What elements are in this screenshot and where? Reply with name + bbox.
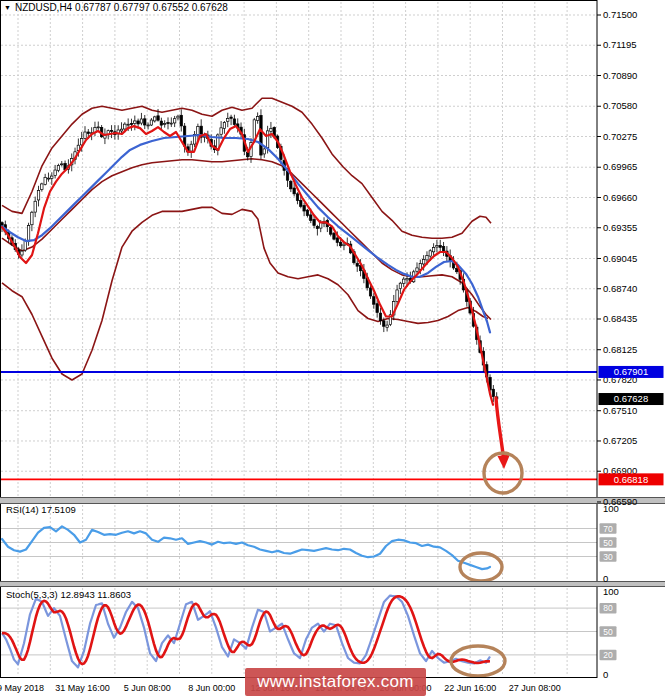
candle-body bbox=[313, 219, 315, 225]
price-tick-label: 0.70890 bbox=[603, 70, 637, 81]
candle-body bbox=[306, 210, 308, 215]
level-badge-label: 30 bbox=[603, 552, 613, 562]
candle-body bbox=[416, 268, 418, 271]
candle-body bbox=[343, 244, 345, 246]
stoch-axis: 1000805020 bbox=[600, 586, 619, 680]
candle-body bbox=[256, 117, 258, 121]
down-arrow-head bbox=[498, 455, 511, 470]
candle-body bbox=[44, 177, 46, 184]
pane-separator[interactable] bbox=[0, 498, 665, 504]
candle-body bbox=[84, 132, 86, 138]
mt4-chart-window: 0.715000.711950.708900.705800.702750.699… bbox=[0, 0, 665, 698]
candle-body bbox=[144, 119, 146, 125]
candle-body bbox=[124, 124, 126, 129]
price-tick-label: 0.69660 bbox=[603, 192, 637, 203]
bollinger-bands bbox=[2, 98, 491, 380]
candle-body bbox=[31, 212, 33, 224]
price-marker-label: 0.67901 bbox=[614, 366, 648, 377]
candle-body bbox=[369, 288, 371, 296]
candle-body bbox=[190, 144, 192, 151]
candle-body bbox=[233, 119, 235, 125]
indicator-axis-label: 100 bbox=[603, 503, 619, 514]
candle-body bbox=[34, 201, 36, 212]
price-tick-label: 0.69045 bbox=[603, 253, 637, 264]
candle-body bbox=[230, 117, 232, 118]
bollinger-lower-line bbox=[2, 207, 488, 380]
candle-body bbox=[266, 131, 268, 148]
candle-body bbox=[399, 283, 401, 288]
candle-body bbox=[316, 226, 318, 228]
candle-body bbox=[137, 121, 139, 124]
candle-body bbox=[296, 194, 298, 201]
rsi-axis: 1000705030 bbox=[600, 503, 619, 584]
candle-body bbox=[396, 290, 398, 302]
symbol-dropdown-icon[interactable]: ▼ bbox=[4, 3, 11, 13]
candle-body bbox=[1, 223, 3, 226]
grid bbox=[1, 2, 597, 676]
candle-body bbox=[223, 122, 225, 128]
rsi-line bbox=[2, 526, 490, 569]
pane-separator[interactable] bbox=[0, 582, 665, 587]
candle-body bbox=[147, 125, 149, 126]
bollinger-upper-line bbox=[2, 98, 491, 238]
candle-body bbox=[37, 191, 39, 200]
candle-body bbox=[492, 389, 494, 396]
candle-body bbox=[406, 278, 408, 279]
candle-body bbox=[110, 130, 112, 131]
candle-body bbox=[220, 128, 222, 134]
hand-drawn-circle-rsi bbox=[460, 553, 502, 581]
candle-body bbox=[422, 259, 424, 264]
stoch-signal-line bbox=[2, 596, 490, 664]
candle-body bbox=[310, 215, 312, 221]
candle-body bbox=[333, 233, 335, 239]
candle-body bbox=[403, 279, 405, 283]
candle-body bbox=[41, 184, 43, 190]
candlesticks bbox=[1, 109, 498, 402]
candle-body bbox=[270, 128, 272, 131]
price-tick-label: 0.68740 bbox=[603, 283, 637, 294]
candle-body bbox=[154, 117, 156, 121]
candle-body bbox=[120, 129, 122, 131]
candle-body bbox=[173, 119, 175, 123]
candle-body bbox=[436, 246, 438, 247]
candle-body bbox=[303, 206, 305, 211]
candle-body bbox=[134, 121, 136, 124]
time-label: 29 May 2018 bbox=[0, 683, 44, 693]
bollinger-middle-line bbox=[2, 159, 491, 320]
candle-body bbox=[376, 304, 378, 313]
level-badge-label: 80 bbox=[603, 603, 613, 613]
level-badge-label: 50 bbox=[603, 538, 613, 548]
candle-body bbox=[87, 132, 89, 134]
candle-body bbox=[51, 176, 53, 178]
indicator-axis-label: 100 bbox=[603, 586, 619, 597]
candle-body bbox=[290, 181, 292, 188]
candle-body bbox=[197, 126, 199, 134]
candle-body bbox=[383, 321, 385, 326]
price-tick-label: 0.69355 bbox=[603, 222, 637, 233]
candle-body bbox=[263, 149, 265, 154]
price-marker-label: 0.66818 bbox=[614, 474, 648, 485]
candle-body bbox=[260, 115, 262, 155]
candle-body bbox=[329, 228, 331, 235]
candle-body bbox=[439, 245, 441, 247]
candle-body bbox=[170, 123, 172, 124]
price-tick-label: 0.70580 bbox=[603, 100, 637, 111]
indicator-axis-label: 0 bbox=[603, 669, 608, 680]
price-tick-label: 0.68125 bbox=[603, 344, 637, 355]
level-badge-label: 20 bbox=[603, 650, 613, 660]
price-marker-label: 0.67628 bbox=[614, 393, 648, 404]
candle-body bbox=[157, 116, 159, 120]
candle-body bbox=[442, 247, 444, 252]
candle-body bbox=[97, 127, 99, 128]
candle-body bbox=[300, 201, 302, 207]
candle-body bbox=[61, 164, 63, 165]
candle-body bbox=[180, 115, 182, 126]
price-lines bbox=[1, 372, 597, 479]
candle-body bbox=[167, 123, 169, 124]
price-tick-label: 0.71195 bbox=[603, 39, 637, 50]
price-tick-label: 0.71500 bbox=[603, 9, 637, 20]
price-axis: 0.715000.711950.708900.705800.702750.699… bbox=[597, 9, 664, 507]
symbol-ohlc-text: NZDUSD,H4 0.67787 0.67797 0.67552 0.6762… bbox=[15, 2, 228, 13]
candle-body bbox=[336, 238, 338, 243]
price-tick-label: 0.69965 bbox=[603, 161, 637, 172]
